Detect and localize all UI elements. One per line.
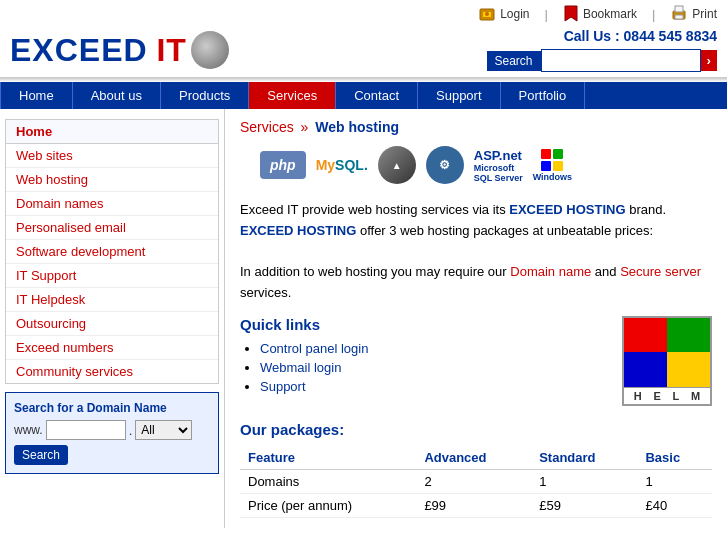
intro-text-6: services.: [240, 285, 291, 300]
domain-name-link[interactable]: Domain name: [510, 264, 591, 279]
iis-logo: ⚙: [426, 145, 464, 185]
helm-logo: H E L M: [622, 316, 712, 406]
call-us-text: Call Us : 0844 545 8834: [487, 28, 717, 44]
logo-circle-decoration: [191, 31, 229, 69]
sidebar-item-software[interactable]: Software development: [6, 240, 218, 264]
aspnet-logo: ASP.net MicrosoftSQL Server: [474, 145, 523, 185]
svg-point-2: [485, 12, 489, 16]
divider1: |: [545, 7, 548, 22]
search-label: Search: [487, 51, 541, 71]
sidebar-item-itsupport[interactable]: IT Support: [6, 264, 218, 288]
sidebar-item-community[interactable]: Community services: [6, 360, 218, 383]
dot-label: .: [129, 423, 133, 438]
sidebar-item-email[interactable]: Personalised email: [6, 216, 218, 240]
sidebar: Home Web sites Web hosting Domain names …: [0, 109, 225, 528]
nav-portfolio[interactable]: Portfolio: [501, 82, 586, 109]
webmail-link[interactable]: Webmail login: [260, 360, 341, 375]
intro-text-5: and: [595, 264, 620, 279]
sidebar-item-domains[interactable]: Domain names: [6, 192, 218, 216]
login-link[interactable]: Login: [478, 5, 529, 23]
sidebar-item-websites[interactable]: Web sites: [6, 144, 218, 168]
cell-basic: 1: [637, 469, 712, 493]
mysql-logo: MySQL.: [316, 145, 368, 185]
nav-services[interactable]: Services: [249, 82, 336, 109]
cell-basic: £40: [637, 493, 712, 517]
col-header-basic: Basic: [637, 446, 712, 470]
helm-label: H E L M: [624, 387, 710, 404]
nav-products[interactable]: Products: [161, 82, 249, 109]
secure-server-link[interactable]: Secure server: [620, 264, 701, 279]
table-row: Domains 2 1 1: [240, 469, 712, 493]
exceed-hosting-link1[interactable]: EXCEED HOSTING: [509, 202, 625, 217]
intro-text-3: offer 3 web hosting packages at unbeatab…: [360, 223, 653, 238]
divider2: |: [652, 7, 655, 22]
windows-logo: Windows: [533, 145, 572, 185]
logo-text: EXCEED IT: [10, 32, 187, 69]
packages-table: Feature Advanced Standard Basic Domains …: [240, 446, 712, 518]
search-input[interactable]: [541, 49, 701, 72]
cell-advanced: 2: [416, 469, 531, 493]
cell-feature: Domains: [240, 469, 416, 493]
control-panel-link[interactable]: Control panel login: [260, 341, 368, 356]
bookmark-link[interactable]: Bookmark: [563, 5, 637, 23]
domain-search-title: Search for a Domain Name: [14, 401, 210, 415]
sidebar-item-exceednumbers[interactable]: Exceed numbers: [6, 336, 218, 360]
cell-advanced: £99: [416, 493, 531, 517]
cell-feature: Price (per annum): [240, 493, 416, 517]
support-link[interactable]: Support: [260, 379, 306, 394]
sidebar-item-home[interactable]: Home: [6, 120, 218, 144]
tech-logos: php MySQL. ▲ ⚙ ASP.net MicrosoftSQL Serv…: [260, 145, 712, 185]
svg-rect-5: [675, 15, 683, 19]
intro-text-4: In addition to web hosting you may requi…: [240, 264, 510, 279]
packages-section: Our packages: Feature Advanced Standard …: [240, 421, 712, 518]
quick-links-section: Quick links Control panel login Webmail …: [240, 316, 612, 406]
site-logo: EXCEED IT: [10, 31, 229, 69]
sidebar-item-webhosting[interactable]: Web hosting: [6, 168, 218, 192]
sidebar-item-helpdesk[interactable]: IT Helpdesk: [6, 288, 218, 312]
bookmark-icon: [563, 5, 579, 23]
domain-input[interactable]: [46, 420, 126, 440]
exceed-hosting-link2[interactable]: EXCEED HOSTING: [240, 223, 356, 238]
print-label: Print: [692, 7, 717, 21]
intro-text-2: brand.: [629, 202, 666, 217]
sidebar-nav: Home Web sites Web hosting Domain names …: [5, 119, 219, 384]
col-header-standard: Standard: [531, 446, 637, 470]
svg-rect-4: [675, 6, 683, 12]
col-header-feature: Feature: [240, 446, 416, 470]
login-label: Login: [500, 7, 529, 21]
list-item: Support: [260, 379, 612, 394]
print-link[interactable]: Print: [670, 5, 717, 23]
cell-standard: 1: [531, 469, 637, 493]
logo-it: IT: [156, 32, 186, 68]
quick-links-list: Control panel login Webmail login Suppor…: [260, 341, 612, 394]
cell-standard: £59: [531, 493, 637, 517]
breadcrumb-arrow: »: [301, 119, 313, 135]
table-row: Price (per annum) £99 £59 £40: [240, 493, 712, 517]
plesk-logo: ▲: [378, 145, 416, 185]
intro-text-1: Exceed IT provide web hosting services v…: [240, 202, 509, 217]
print-icon: [670, 5, 688, 23]
helm-cell-red: [624, 318, 667, 353]
nav-about[interactable]: About us: [73, 82, 161, 109]
search-button[interactable]: ›: [701, 50, 717, 71]
tld-select[interactable]: All .com .co.uk .org .net: [135, 420, 192, 440]
breadcrumb: Services » Web hosting: [240, 119, 712, 135]
main-content: Services » Web hosting php MySQL. ▲ ⚙ AS…: [225, 109, 727, 528]
logo-exceed: EXCEED: [10, 32, 148, 68]
domain-search-box: Search for a Domain Name www. . All .com…: [5, 392, 219, 474]
breadcrumb-services: Services: [240, 119, 294, 135]
intro-text: Exceed IT provide web hosting services v…: [240, 200, 712, 304]
login-icon: [478, 5, 496, 23]
list-item: Webmail login: [260, 360, 612, 375]
helm-cell-blue: [624, 352, 667, 387]
domain-search-button[interactable]: Search: [14, 445, 68, 465]
nav-home[interactable]: Home: [0, 82, 73, 109]
main-nav: Home About us Products Services Contact …: [0, 82, 727, 109]
col-header-advanced: Advanced: [416, 446, 531, 470]
helm-cell-green: [667, 318, 710, 353]
www-label: www.: [14, 423, 43, 437]
bookmark-label: Bookmark: [583, 7, 637, 21]
sidebar-item-outsourcing[interactable]: Outsourcing: [6, 312, 218, 336]
nav-support[interactable]: Support: [418, 82, 501, 109]
nav-contact[interactable]: Contact: [336, 82, 418, 109]
